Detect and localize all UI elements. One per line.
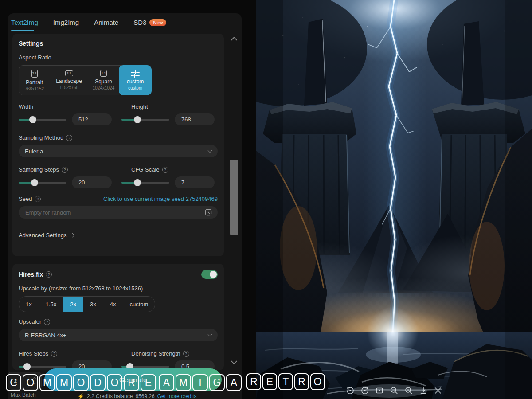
toggle-knob [210, 271, 217, 278]
aspect-option-portrait[interactable]: 2:3 Portrait 768x1152 [19, 66, 50, 95]
use-seed-link[interactable]: Click to use current image seed 27524094… [103, 196, 218, 202]
aspect-ratio-label: Aspect Ratio [19, 54, 218, 61]
keycap-r: R [124, 374, 139, 391]
upscale-option-4x[interactable]: 4x [103, 297, 123, 312]
denoising-strength-label: Denoising Strength [131, 350, 180, 357]
upscale-option-custom[interactable]: custom [123, 297, 155, 312]
height-slider[interactable] [121, 116, 169, 123]
help-icon[interactable]: ? [183, 351, 189, 357]
keycap-row-retro: RETRO [246, 373, 325, 390]
advanced-settings-toggle[interactable]: Advanced Settings [19, 232, 218, 239]
aspect-option-landscape[interactable]: 3:2 Landscape 1152x768 [50, 66, 88, 95]
upscaler-select[interactable]: R-ESRGAN 4x+ [19, 329, 218, 341]
get-more-credits-link[interactable]: Get more credits [157, 393, 197, 399]
square-ratio-icon: 1:1 [100, 70, 107, 77]
keycap-e: E [262, 373, 277, 390]
keycap-o: O [73, 374, 89, 391]
rotate-right-icon[interactable] [360, 386, 370, 395]
cfg-scale-slider[interactable] [121, 179, 169, 186]
keycap-c: C [6, 374, 21, 391]
height-label: Height [131, 103, 148, 110]
width-label: Width [19, 103, 121, 110]
viewer-toolbar [345, 386, 443, 395]
upscale-by-label: Upscale by (resize: from 512x768 to 1024… [19, 285, 218, 292]
keycap-m: M [56, 374, 72, 391]
tab-sd3[interactable]: SD3 New [133, 19, 166, 31]
keycap-e: E [141, 374, 156, 391]
credit-bolt-icon: ⚡ [78, 393, 84, 399]
help-icon[interactable]: ? [66, 135, 72, 141]
sampling-method-select[interactable]: Euler a [19, 145, 218, 157]
upscale-options: 1x1.5x2x3x4xcustom [19, 296, 155, 312]
hires-title: Hires.fix [19, 271, 43, 278]
sampling-method-label: Sampling Method [19, 134, 63, 141]
upscale-option-3x[interactable]: 3x [83, 297, 103, 312]
help-icon[interactable]: ? [162, 167, 168, 173]
chevron-right-icon [70, 233, 75, 238]
keycap-row-amiga: AMIGA [159, 374, 242, 391]
keycap-t: T [278, 373, 293, 390]
landscape-ratio-icon: 3:2 [65, 70, 73, 76]
sampling-steps-label: Sampling Steps [19, 166, 59, 173]
keycap-m: M [39, 374, 55, 391]
upscale-option-2x[interactable]: 2x [63, 297, 83, 312]
credits-bar: ⚡ 2.2 Credits balance 6569.26 Get more c… [78, 393, 196, 399]
help-icon[interactable]: ? [62, 167, 68, 173]
height-input[interactable] [175, 113, 215, 125]
settings-card: Settings Aspect Ratio 2:3 Portrait 768x1… [12, 34, 224, 256]
aspect-option-custom[interactable]: custom custom [119, 65, 152, 95]
hires-card: Hires.fix? Upscale by (resize: from 512x… [12, 264, 224, 370]
sampling-steps-slider[interactable] [19, 179, 66, 186]
zoom-out-icon[interactable] [389, 386, 399, 395]
chevron-down-icon [208, 148, 212, 153]
close-icon[interactable] [433, 386, 443, 395]
hires-toggle[interactable] [201, 270, 218, 279]
help-icon[interactable]: ? [35, 196, 41, 202]
width-slider[interactable] [19, 116, 66, 123]
keycap-o: O [23, 374, 38, 391]
rotate-left-icon[interactable] [345, 386, 355, 395]
tab-img2img[interactable]: Img2Img [53, 19, 79, 31]
keycap-a: A [226, 374, 242, 391]
keycap-i: I [192, 374, 208, 391]
upscale-option-1x[interactable]: 1x [19, 297, 39, 312]
tab-animate[interactable]: Animate [94, 19, 118, 31]
help-icon[interactable]: ? [44, 319, 50, 325]
mode-tabs: Text2Img Img2Img Animate SD3 New [11, 19, 166, 31]
download-icon[interactable] [419, 386, 428, 395]
keycap-r: R [246, 373, 261, 390]
help-icon[interactable]: ? [46, 271, 52, 278]
image-viewer [256, 0, 532, 399]
upscale-option-1.5x[interactable]: 1.5x [39, 297, 64, 312]
keycap-o: O [310, 373, 325, 390]
cfg-scale-input[interactable] [175, 176, 215, 188]
zoom-in-icon[interactable] [404, 386, 414, 395]
original-size-icon[interactable] [375, 386, 384, 395]
hires-steps-label: Hires Steps [19, 350, 48, 357]
seed-label: Seed [19, 196, 32, 202]
sliders-icon [130, 70, 140, 78]
panel-card: Text2Img Img2Img Animate SD3 New Setting… [8, 13, 242, 399]
dice-icon[interactable] [205, 209, 212, 218]
portrait-ratio-icon: 2:3 [31, 70, 38, 78]
aspect-ratio-group: 2:3 Portrait 768x1152 3:2 Landscape 1152… [19, 65, 152, 95]
chevron-down-icon [208, 332, 212, 336]
settings-title: Settings [19, 40, 218, 47]
keycap-g: G [209, 374, 225, 391]
keycap-d: D [90, 374, 106, 391]
seed-input[interactable] [19, 206, 218, 219]
help-icon[interactable]: ? [51, 351, 57, 357]
max-batch-label: Max Batch [11, 392, 36, 398]
width-input[interactable] [72, 113, 112, 125]
keycap-row-commodore: COMMODORE [6, 374, 156, 391]
sampling-steps-input[interactable] [72, 176, 112, 188]
scrollbar-thumb[interactable] [230, 160, 238, 235]
tab-text2img[interactable]: Text2Img [11, 19, 38, 31]
keycap-r: R [294, 373, 309, 390]
upscaler-label: Upscaler [19, 318, 41, 325]
aspect-option-square[interactable]: 1:1 Square 1024x1024 [88, 66, 119, 95]
generated-image[interactable] [256, 0, 532, 399]
keycap-o: O [107, 374, 122, 391]
cfg-scale-label: CFG Scale [131, 166, 160, 173]
generation-panel: Text2Img Img2Img Animate SD3 New Setting… [0, 0, 256, 399]
